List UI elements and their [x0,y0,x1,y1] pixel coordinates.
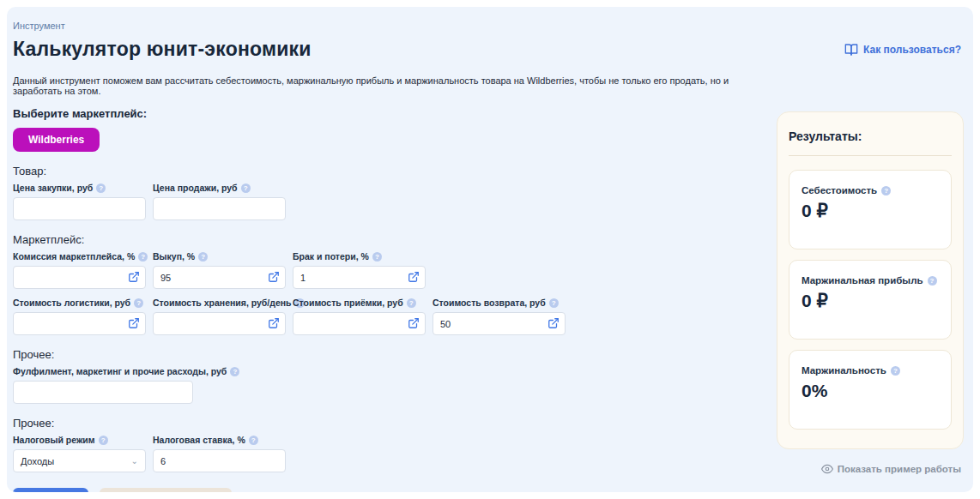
external-link-icon[interactable] [408,271,420,283]
external-link-icon[interactable] [547,317,560,329]
help-icon[interactable]: ? [891,366,900,376]
tax-rate-input[interactable] [153,449,286,472]
external-link-icon[interactable] [268,271,280,283]
purchase-price-label: Цена закупки, руб [13,183,93,193]
external-link-icon[interactable] [128,271,140,283]
show-example-label: Показать пример работы [838,464,961,474]
result-card-marginality: Маржинальность ? 0% [789,350,952,430]
purchase-price-input[interactable] [13,197,146,220]
field-tax-rate: Налоговая ставка, % ? [153,435,286,472]
return-cost-input[interactable] [433,312,566,335]
result-card-margin-profit: Маржинальная прибыль ? 0 ₽ [789,260,952,340]
field-tax-mode: Налоговый режим ? Доходы ⌄ [13,435,146,472]
divider [789,155,952,156]
external-link-icon[interactable] [408,317,420,329]
help-icon[interactable]: ? [881,186,891,195]
help-icon[interactable]: ? [928,276,937,286]
logistics-cost-label: Стоимость логистики, руб [13,298,130,308]
calculator-form: Товар: Цена закупки, руб ? Цена продажи,… [13,165,768,492]
fulfillment-label: Фулфилмент, маркетинг и прочие расходы, … [13,366,227,376]
how-to-use-label: Как пользоваться? [863,44,961,56]
calculator-page: Инструмент Калькулятор юнит-экономики Ка… [7,7,973,492]
run-button[interactable]: Запустить [13,488,88,492]
margin-profit-label: Маржинальная прибыль [802,275,923,286]
page-title: Калькулятор юнит-экономики [13,38,967,61]
margin-profit-value: 0 ₽ [802,291,939,311]
tax-mode-select[interactable]: Доходы ⌄ [13,449,146,472]
page-description: Данный инструмент поможем вам рассчитать… [13,75,768,96]
help-icon[interactable]: ? [372,252,382,262]
defects-losses-input[interactable] [293,266,426,289]
help-icon[interactable]: ? [407,298,416,308]
help-icon[interactable]: ? [138,252,148,262]
return-cost-label: Стоимость возврата, руб [433,298,546,308]
field-commission: Комиссия маркетплейса, % ? [13,251,146,289]
sale-price-label: Цена продажи, руб [153,183,238,193]
chevron-down-icon: ⌄ [131,456,138,466]
defects-losses-label: Брак и потери, % [293,251,369,262]
field-buyout: Выкуп, % ? [153,251,286,289]
field-acceptance-cost: Стоимость приёмки, руб ? [293,298,426,335]
buyout-input[interactable] [153,266,286,289]
cost-price-value: 0 ₽ [802,201,939,221]
section-marketplace: Маркетплейс: [13,233,768,246]
section-tax: Прочее: [13,417,768,430]
book-open-icon [844,43,858,57]
storage-cost-input[interactable] [153,312,286,335]
section-other-expenses: Прочее: [13,348,768,361]
field-defects-losses: Брак и потери, % ? [293,251,426,289]
external-link-icon[interactable] [128,317,140,329]
buyout-label: Выкуп, % [153,251,195,262]
commission-input[interactable] [13,266,146,289]
results-heading: Результаты: [789,129,952,143]
tax-rate-label: Налоговая ставка, % [153,435,245,445]
help-icon[interactable]: ? [134,298,143,308]
help-icon[interactable]: ? [249,436,258,445]
marginality-value: 0% [802,381,939,401]
help-icon[interactable]: ? [549,298,559,308]
results-panel: Результаты: Себестоимость ? 0 ₽ Маржинал… [777,111,964,449]
sale-price-input[interactable] [153,197,286,220]
field-storage-cost: Стоимость хранения, руб/день ? [153,298,286,335]
acceptance-cost-input[interactable] [293,312,426,335]
help-icon[interactable]: ? [99,436,108,445]
help-icon[interactable]: ? [198,252,208,262]
field-sale-price: Цена продажи, руб ? [153,183,286,220]
help-icon[interactable]: ? [241,183,251,193]
tax-mode-value: Доходы [21,456,54,466]
help-icon[interactable]: ? [230,367,239,376]
help-icon[interactable]: ? [96,183,106,193]
breadcrumb[interactable]: Инструмент [13,21,967,31]
field-purchase-price: Цена закупки, руб ? [13,183,146,220]
cost-price-label: Себестоимость [802,185,877,195]
field-fulfillment: Фулфилмент, маркетинг и прочие расходы, … [13,366,193,404]
eye-icon [821,463,833,475]
tax-mode-label: Налоговый режим [13,435,95,445]
result-card-cost: Себестоимость ? 0 ₽ [789,170,952,250]
how-to-use-link[interactable]: Как пользоваться? [844,43,961,57]
field-return-cost: Стоимость возврата, руб ? [433,298,566,335]
external-link-icon[interactable] [268,317,280,329]
commission-label: Комиссия маркетплейса, % [13,251,135,262]
section-product: Товар: [13,165,768,177]
marginality-label: Маржинальность [802,365,886,376]
field-logistics-cost: Стоимость логистики, руб ? [13,298,146,335]
show-example-link[interactable]: Показать пример работы [821,463,961,475]
logistics-cost-input[interactable] [13,312,146,335]
storage-cost-label: Стоимость хранения, руб/день [153,298,292,308]
fulfillment-input[interactable] [13,381,193,404]
marketplace-wildberries-button[interactable]: Wildberries [13,128,100,152]
cost-badge: Стоимость: 10 лимитов [100,488,231,492]
acceptance-cost-label: Стоимость приёмки, руб [293,298,403,308]
